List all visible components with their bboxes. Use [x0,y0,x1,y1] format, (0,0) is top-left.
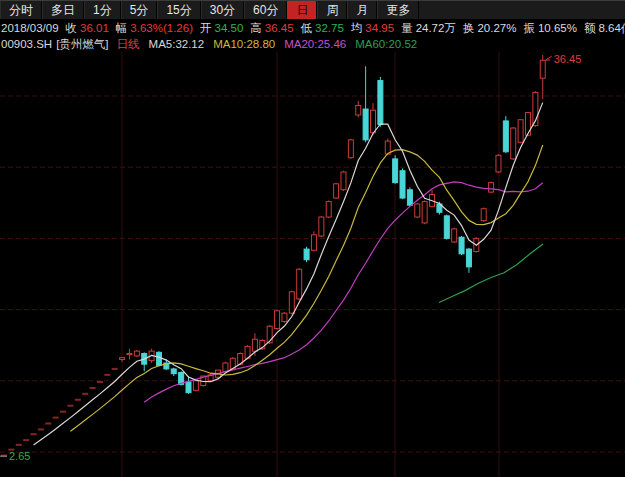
quote-fields: 收36.01幅3.63%(1.26)开34.50高36.45低32.75均34.… [59,21,625,36]
candle-up [275,311,280,329]
ma-labels: MA5:32.12MA10:28.80MA20:25.46MA60:20.52 [140,38,418,50]
candle-up [282,313,287,321]
tab-period-10[interactable]: 月 [347,1,377,19]
quote-field-value: 8.64亿 [598,21,625,36]
candle-dash [45,423,51,425]
candle-up [311,235,316,250]
tab-period-6[interactable]: 30分 [201,1,244,19]
quote-date: 2018/03/09 [1,22,59,34]
tab-period-3[interactable]: 1分 [84,1,121,19]
symbol-ma-bar: 00903.SH [贵州燃气] 日线 MA5:32.12MA10:28.80MA… [0,36,625,52]
tab-period-4[interactable]: 5分 [121,1,158,19]
candle-down [156,352,161,365]
ma-label-1: MA5:32.12 [149,38,205,50]
tab-period-2[interactable]: 多日 [42,1,84,19]
quote-field-value: 36.45 [265,22,294,34]
candle-down [407,190,412,205]
quote-field-label: 均 [351,21,363,36]
candle-down [400,171,405,198]
quote-field-value: 3.63%(1.26) [130,22,193,34]
ma-label-4: MA60:20.52 [355,38,417,50]
candle-dash [67,405,73,407]
quote-field-label: 开 [200,21,212,36]
tab-period-8-active[interactable]: 日 [287,1,317,19]
candle-dash [31,433,37,435]
candle-up [297,269,302,299]
symbol-name: [贵州燃气] [56,37,108,52]
tab-period-5[interactable]: 15分 [157,1,200,19]
candle-up [319,217,324,236]
candle-up [489,183,494,192]
candle-dash [53,417,59,419]
quote-field-label: 换 [463,21,475,36]
candle-up [540,60,545,78]
candle-up [193,381,198,390]
tab-period-1[interactable]: 分时 [0,1,42,19]
candlestick-chart[interactable]: 36.452.65 [0,52,625,477]
candle-down [378,81,383,125]
quote-field-value: 20.27% [477,22,516,34]
tab-period-11[interactable]: 更多 [377,1,419,19]
candle-up [326,202,331,217]
candle-up [120,358,125,360]
candle-up [348,140,353,158]
candle-dash [104,374,110,376]
candle-up [481,209,486,221]
quote-field-label: 高 [250,21,262,36]
quote-field-label: 幅 [116,21,128,36]
candle-up [422,202,427,223]
ma5-line [34,103,543,445]
period-label: 日线 [117,37,140,52]
candle-up [525,113,530,136]
quote-field-value: 24.72万 [416,21,456,36]
quote-field-value: 32.75 [315,22,344,34]
candle-down [304,249,309,260]
quote-field-label: 振 [523,21,535,36]
candle-up [223,363,228,371]
candle-dash [82,393,88,395]
quote-field-label: 低 [301,21,313,36]
candle-down [466,249,471,267]
candle-down [444,216,449,239]
candle-down [503,121,508,152]
candle-dash [16,444,22,446]
candle-up [415,204,420,217]
candle-up [334,184,339,198]
candle-up [134,351,139,356]
candle-down [363,109,368,140]
candle-dash [90,387,96,389]
candle-up [252,339,257,351]
candle-up [518,120,523,143]
high-arrow [546,56,552,60]
tab-period-7[interactable]: 60分 [244,1,287,19]
quote-field-label: 量 [401,21,413,36]
candle-down [459,237,464,254]
candle-up [341,172,346,190]
quote-field-value: 10.65% [538,22,577,34]
candle-dash [60,411,66,413]
quote-field-label: 额 [584,21,596,36]
symbol-code: 00903.SH [1,38,52,50]
ma60-line [439,244,543,302]
tab-period-9[interactable]: 周 [317,1,347,19]
candle-dash [112,368,118,370]
candle-down [186,382,191,393]
quote-field-label: 收 [66,21,78,36]
candle-up [452,229,457,242]
low-price-label: 2.65 [9,450,30,462]
period-tab-bar: 分时多日1分5分15分30分60分日周月更多 [0,0,625,20]
candle-dash [75,399,81,401]
high-price-label: 36.45 [554,53,582,65]
quote-field-value: 34.50 [215,22,244,34]
ma-label-3: MA20:25.46 [284,38,346,50]
candle-down [393,159,398,183]
candle-up [511,128,516,159]
candle-dash [23,439,29,441]
candle-up [289,292,294,313]
candle-up [371,110,376,133]
candle-dash [38,428,44,430]
candle-up [356,105,361,114]
candle-down [171,369,176,374]
candle-dash [97,381,103,383]
quote-field-value: 36.01 [80,22,109,34]
